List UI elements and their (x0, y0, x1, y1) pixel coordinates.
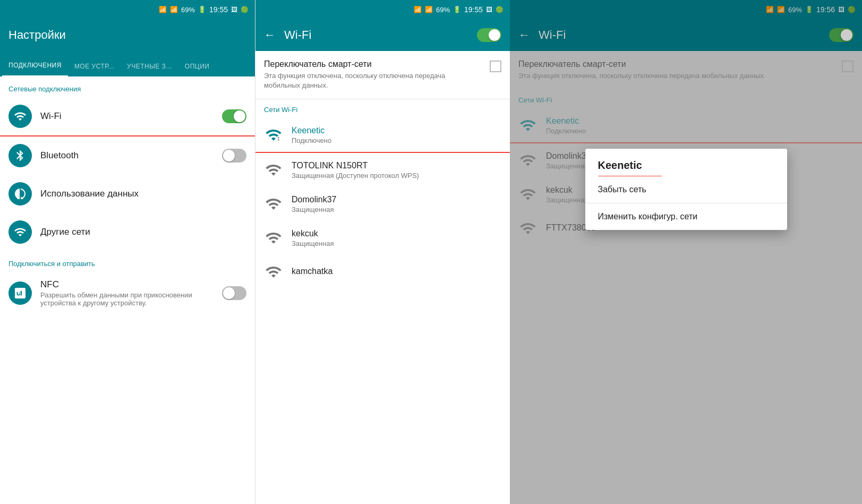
network-context-dialog: Keenetic Забыть сеть Изменить конфигур. … (585, 149, 787, 230)
domolink-text: Domolink37 Защищенная (292, 195, 501, 213)
wifi-toggle[interactable] (222, 109, 246, 123)
bluetooth-toggle[interactable] (222, 149, 246, 163)
bluetooth-text: Bluetooth (40, 150, 222, 161)
keenetic-text: Keenetic Подключено (292, 126, 501, 144)
domolink-status: Защищенная (292, 206, 501, 213)
dialog-forget-network[interactable]: Забыть сеть (585, 176, 787, 203)
other-networks-title: Другие сети (40, 227, 246, 237)
kamchatka-text: kamchatka (292, 267, 501, 277)
screenshot-icon-2: 🖼 (486, 6, 492, 13)
bluetooth-icon (14, 149, 27, 162)
wifi-status-icon-2: 📶 (414, 6, 422, 13)
network-keenetic[interactable]: Keenetic Подключено (255, 118, 510, 153)
settings-panel: 📶 📶 69% 🔋 19:55 🖼 🟢 Настройки ПОДКЛЮЧЕНИ… (0, 0, 255, 504)
settings-item-data-usage[interactable]: Использование данных (0, 175, 255, 213)
keenetic-status: Подключено (292, 136, 501, 144)
status-bar-1: 📶 📶 69% 🔋 19:55 🖼 🟢 (0, 0, 255, 19)
time-1: 19:55 (209, 5, 228, 14)
settings-item-bluetooth[interactable]: Bluetooth (0, 136, 255, 175)
smart-switch-title: Переключатель смарт-сети (264, 59, 481, 69)
battery-icon-2: 🔋 (453, 6, 461, 13)
nfc-icon-bg (8, 281, 32, 305)
settings-content: Сетевые подключения Wi-Fi Bluetooth (0, 76, 255, 504)
wifi-main-toggle[interactable] (477, 28, 501, 42)
signal-icon-2: 📶 (425, 6, 433, 13)
battery-icon-1: 🔋 (198, 6, 206, 13)
settings-item-nfc[interactable]: NFC Разрешить обмен данными при прикосно… (0, 272, 255, 314)
status-bar-2: 📶 📶 69% 🔋 19:55 🖼 🟢 (255, 0, 510, 19)
wifi-title: Wi-Fi (40, 111, 222, 122)
tab-connections[interactable]: ПОДКЛЮЧЕНИЯ (2, 62, 68, 76)
wifi-icon-bg (8, 105, 32, 128)
dialog-edit-network[interactable]: Изменить конфигур. сети (585, 203, 787, 230)
wifi-panel-with-dialog: 📶 📶 69% 🔋 19:56 🖼 🟢 ← Wi-Fi Переключател… (510, 0, 862, 504)
nfc-title: NFC (40, 279, 222, 290)
smart-switch-subtitle: Эта функция отключена, поскольку отключе… (264, 71, 481, 90)
nfc-text: NFC Разрешить обмен данными при прикосно… (40, 279, 222, 307)
wifi-app-bar: ← Wi-Fi (255, 19, 510, 51)
tab-my-device[interactable]: МОЕ УСТР... (68, 63, 121, 76)
wifi-title-2: Wi-Fi (284, 28, 311, 42)
section-network-header: Сетевые подключения (0, 76, 255, 97)
settings-item-wifi[interactable]: Wi-Fi (0, 97, 255, 136)
kekcuk-name: kekcuk (292, 229, 501, 238)
network-kekcuk[interactable]: kekcuk Защищенная (255, 221, 510, 255)
data-usage-title: Использование данных (40, 189, 246, 199)
wifi-signal-icon-totolink (264, 160, 283, 180)
wifi-status-icon: 📶 (159, 6, 167, 13)
other-networks-icon-bg (8, 220, 32, 244)
domolink-name: Domolink37 (292, 195, 501, 204)
network-domolink[interactable]: Domolink37 Защищенная (255, 187, 510, 221)
wifi-content: Переключатель смарт-сети Эта функция отк… (255, 51, 510, 504)
keenetic-name: Keenetic (292, 126, 501, 135)
settings-title: Настройки (8, 28, 66, 42)
smart-switch-text: Переключатель смарт-сети Эта функция отк… (264, 59, 481, 90)
settings-app-bar: Настройки (0, 19, 255, 51)
pokemon-icon-2: 🟢 (496, 6, 503, 13)
other-networks-icon (14, 226, 27, 238)
screenshot-icon: 🖼 (231, 6, 237, 13)
other-networks-text: Другие сети (40, 227, 246, 237)
wifi-icon (14, 110, 27, 123)
data-usage-text: Использование данных (40, 189, 246, 199)
totolink-text: TOTOLINK N150RT Защищенная (Доступен про… (292, 161, 501, 180)
dialog-overlay: Keenetic Забыть сеть Изменить конфигур. … (510, 0, 862, 504)
smart-switch-checkbox[interactable] (490, 61, 501, 72)
kamchatka-name: kamchatka (292, 267, 501, 276)
wifi-text: Wi-Fi (40, 111, 222, 122)
bluetooth-icon-bg (8, 144, 32, 167)
kekcuk-text: kekcuk Защищенная (292, 229, 501, 247)
nfc-icon (14, 287, 27, 300)
time-2: 19:55 (464, 5, 483, 14)
network-kamchatka[interactable]: kamchatka (255, 255, 510, 289)
totolink-name: TOTOLINK N150RT (292, 161, 501, 170)
bluetooth-title: Bluetooth (40, 150, 222, 161)
wifi-signal-icon-kamchatka (264, 262, 283, 281)
wifi-signal-icon-keenetic (264, 125, 283, 144)
nfc-toggle[interactable] (222, 286, 246, 300)
wifi-signal-icon-domolink (264, 194, 283, 213)
data-usage-icon (14, 187, 27, 200)
dialog-network-name: Keenetic (585, 149, 787, 176)
network-totolink[interactable]: TOTOLINK N150RT Защищенная (Доступен про… (255, 153, 510, 187)
back-button-2[interactable]: ← (264, 28, 276, 42)
data-usage-icon-bg (8, 182, 32, 206)
kekcuk-status: Защищенная (292, 240, 501, 247)
totolink-status: Защищенная (Доступен протокол WPS) (292, 172, 501, 180)
settings-tabs: ПОДКЛЮЧЕНИЯ МОЕ УСТР... УЧЕТНЫЕ З... ОПЦ… (0, 51, 255, 76)
pokemon-icon: 🟢 (241, 6, 249, 13)
smart-switch[interactable]: Переключатель смарт-сети Эта функция отк… (255, 51, 510, 99)
wifi-networks-header: Сети Wi-Fi (255, 99, 510, 118)
battery-1: 69% (181, 6, 195, 14)
nfc-subtitle: Разрешить обмен данными при прикосновени… (40, 291, 222, 307)
settings-item-other-networks[interactable]: Другие сети (0, 213, 255, 251)
wifi-panel: 📶 📶 69% 🔋 19:55 🖼 🟢 ← Wi-Fi Переключател… (255, 0, 510, 504)
section-connect-header: Подключиться и отправить (0, 251, 255, 272)
battery-2: 69% (436, 6, 450, 14)
tab-options[interactable]: ОПЦИИ (178, 63, 216, 76)
signal-icon: 📶 (170, 6, 178, 13)
wifi-signal-icon-kekcuk (264, 228, 283, 247)
tab-accounts[interactable]: УЧЕТНЫЕ З... (121, 63, 178, 76)
